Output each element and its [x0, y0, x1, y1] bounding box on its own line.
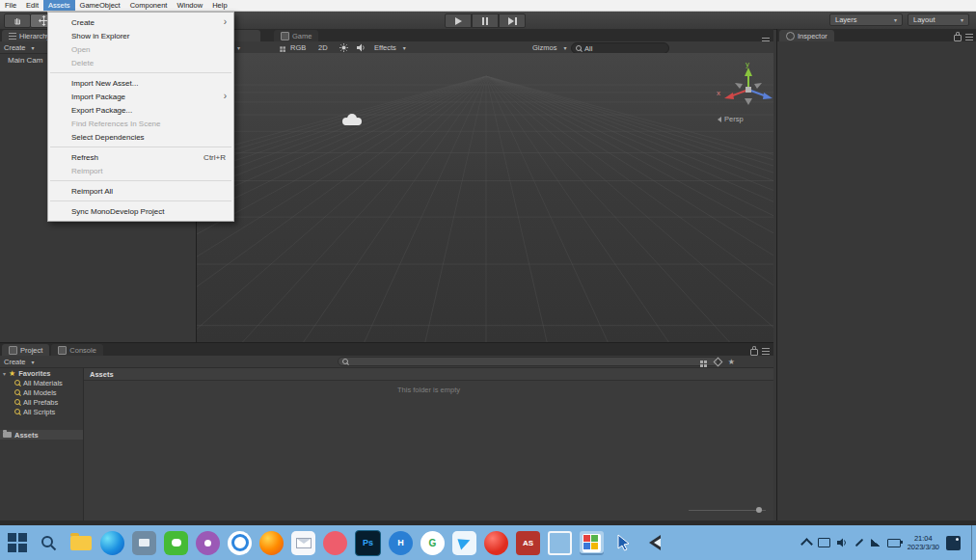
firefox-icon[interactable] [259, 531, 284, 555]
console-icon [58, 346, 67, 355]
favorite-all-scripts[interactable]: All Scripts [12, 407, 83, 416]
menu-edit[interactable]: Edit [21, 0, 43, 11]
icon-size-slider[interactable] [689, 506, 766, 514]
menu-help[interactable]: Help [207, 0, 231, 11]
favorites-foldout[interactable]: Favorites [0, 368, 83, 378]
app-icon-g[interactable]: G [420, 531, 445, 555]
app-icon-pink[interactable] [323, 531, 347, 555]
orientation-gizmo[interactable]: y x z [714, 59, 773, 115]
hierarchy-tab-label: Hierarchy [19, 32, 50, 40]
lock-icon[interactable] [750, 349, 758, 356]
tab-inspector[interactable]: Inspector [779, 30, 834, 41]
project-tab-options [750, 346, 770, 356]
menu-window[interactable]: Window [172, 0, 207, 11]
tab-project[interactable]: Project [2, 344, 49, 356]
project-tabbar: Project Console [0, 343, 773, 356]
app-icon-gray[interactable] [132, 531, 156, 555]
tray-network-icon[interactable] [871, 539, 881, 547]
tray-display-icon[interactable] [818, 538, 830, 547]
inspector-menu-icon[interactable] [965, 34, 973, 40]
layout-dropdown[interactable]: Layout [908, 13, 969, 26]
app-icon-purple[interactable] [196, 531, 220, 555]
app-icon-h[interactable]: H [389, 531, 413, 555]
menu-assets[interactable]: Assets [43, 0, 75, 11]
start-button[interactable] [5, 531, 29, 555]
taskbar-clock[interactable]: 21:04 2023/3/30 [908, 534, 939, 551]
notification-icon[interactable] [946, 536, 961, 550]
cloud-object[interactable] [339, 113, 365, 127]
assets-folder-item[interactable]: Assets [0, 430, 83, 440]
foldout-arrow-icon [3, 369, 6, 378]
draw-mode-dropdown[interactable] [233, 42, 240, 52]
render-mode-dropdown[interactable]: RGB [280, 42, 306, 52]
window-frame-icon[interactable] [548, 531, 572, 555]
folder-icon [3, 432, 12, 438]
hierarchy-create-button[interactable]: Create [4, 43, 35, 52]
file-explorer-icon[interactable] [68, 531, 93, 555]
unity-app-icon[interactable] [643, 531, 667, 555]
g-glyph: G [429, 538, 437, 548]
tray-pen-icon[interactable] [854, 539, 862, 547]
gizmos-dropdown[interactable]: Gizmos [532, 42, 566, 52]
menu-item-sync-monodevelop[interactable]: Sync MonoDevelop Project [48, 204, 233, 218]
favorite-all-materials[interactable]: All Materials [12, 378, 83, 387]
tray-battery-icon[interactable] [887, 539, 901, 547]
photos-icon[interactable] [228, 531, 252, 555]
favorite-label: All Materials [23, 379, 63, 387]
favorite-all-prefabs[interactable]: All Prefabs [12, 397, 83, 407]
ps-glyph: Ps [363, 538, 373, 547]
tab-console[interactable]: Console [51, 344, 103, 356]
edge-icon[interactable] [100, 531, 124, 555]
menu-item-create[interactable]: Create [48, 15, 233, 29]
menu-component[interactable]: Component [125, 0, 173, 11]
active-app-icon[interactable] [580, 531, 604, 555]
menu-item-reimport-all[interactable]: Reimport All [48, 184, 233, 198]
project-sidebar: Favorites All Materials All Models All P… [0, 368, 84, 521]
menu-file[interactable]: File [0, 0, 21, 11]
project-create-label: Create [4, 358, 26, 366]
clock-date: 2023/3/30 [908, 543, 939, 551]
tray-expand-icon[interactable] [800, 538, 813, 550]
step-button[interactable] [499, 13, 526, 28]
slider-knob[interactable] [756, 507, 762, 513]
menu-item-refresh[interactable]: Refresh Ctrl+R [48, 150, 233, 164]
show-desktop-button[interactable] [971, 525, 976, 560]
pause-button[interactable] [472, 13, 499, 28]
tray-speaker-icon[interactable] [837, 538, 848, 547]
lock-icon[interactable] [954, 35, 962, 41]
favorite-all-models[interactable]: All Models [12, 387, 83, 397]
app-icon-as[interactable]: AS [516, 531, 540, 555]
favorite-filter-icon[interactable] [728, 358, 735, 366]
mail-icon[interactable] [291, 531, 315, 555]
tab-game[interactable]: Game [274, 30, 318, 41]
scene-lighting-toggle[interactable] [339, 42, 348, 52]
type-filter-icon[interactable] [700, 360, 703, 363]
project-menu-icon[interactable] [762, 348, 770, 355]
perspective-toggle[interactable]: Persp [718, 115, 744, 123]
project-search-input[interactable] [338, 357, 718, 366]
2d-toggle[interactable]: 2D [318, 42, 328, 52]
hand-tool-button[interactable] [4, 13, 31, 28]
menu-item-show-in-explorer[interactable]: Show in Explorer [48, 29, 233, 42]
saved-search-icon [14, 380, 20, 386]
wechat-icon[interactable] [164, 531, 188, 555]
app-icon-plane[interactable] [452, 531, 476, 555]
effects-dropdown[interactable]: Effects [374, 42, 406, 52]
label-filter-icon[interactable] [713, 357, 722, 366]
unity-editor-window: File Edit Assets GameObject Component Wi… [0, 0, 976, 560]
scene-viewport[interactable]: y x z Persp [197, 53, 773, 342]
layers-dropdown[interactable]: Layers [829, 13, 903, 26]
favorite-label: All Scripts [23, 408, 55, 416]
project-create-button[interactable]: Create [4, 358, 35, 366]
menu-item-select-dependencies[interactable]: Select Dependencies [48, 130, 233, 144]
app-icon-red[interactable] [484, 531, 508, 555]
menu-item-import-package[interactable]: Import Package [48, 90, 233, 103]
photoshop-icon[interactable]: Ps [355, 530, 381, 556]
scene-audio-toggle[interactable] [357, 42, 366, 52]
taskbar-search-button[interactable] [37, 531, 61, 555]
menu-gameobject[interactable]: GameObject [75, 0, 125, 11]
menu-item-import-new-asset[interactable]: Import New Asset... [48, 76, 233, 90]
pointer-app-icon[interactable] [611, 531, 636, 555]
play-button[interactable] [445, 13, 472, 28]
menu-item-export-package[interactable]: Export Package... [48, 103, 233, 117]
